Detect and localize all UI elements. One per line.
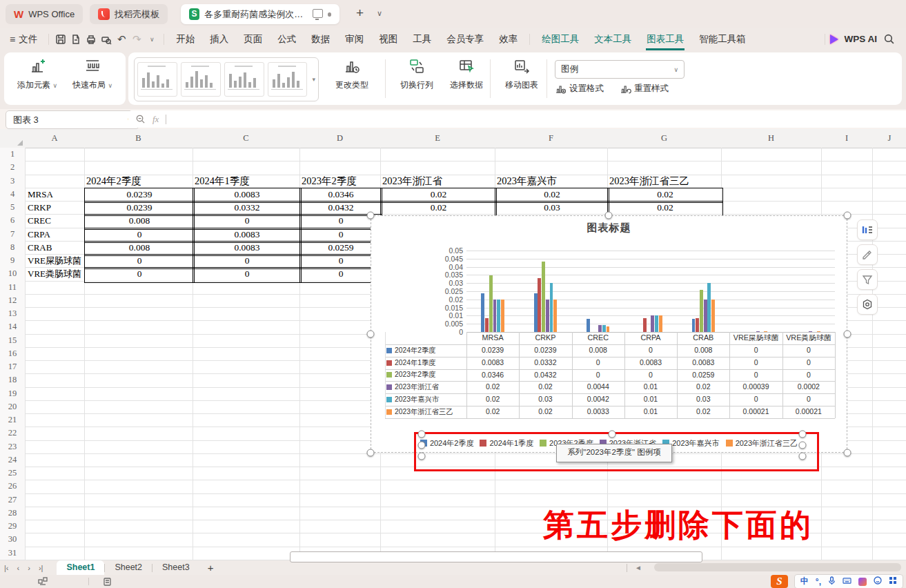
- chart-style-thumb-1[interactable]: [137, 62, 177, 97]
- column-header-J[interactable]: J: [872, 129, 906, 148]
- column-header-B[interactable]: B: [84, 129, 193, 148]
- row-header-26[interactable]: 26: [0, 480, 26, 493]
- row-header-4[interactable]: 4: [0, 188, 26, 202]
- selection-handle[interactable]: [418, 431, 426, 438]
- chart-element-dropdown[interactable]: 图例 ∨: [555, 60, 685, 79]
- selection-handle[interactable]: [605, 212, 613, 219]
- status-outline-icon[interactable]: [104, 577, 113, 588]
- selection-handle[interactable]: [367, 212, 375, 219]
- menu-item-审阅[interactable]: 审阅: [337, 33, 371, 46]
- selection-handle[interactable]: [844, 449, 851, 457]
- column-header-F[interactable]: F: [495, 129, 608, 148]
- selection-handle[interactable]: [418, 442, 426, 449]
- column-header-G[interactable]: G: [607, 129, 722, 148]
- cell-value[interactable]: 0: [193, 267, 302, 282]
- search-icon[interactable]: [881, 32, 896, 47]
- status-grid-icon[interactable]: [38, 577, 48, 588]
- menu-item-绘图工具[interactable]: 绘图工具: [534, 33, 587, 46]
- row-header-8[interactable]: 8: [0, 241, 26, 255]
- menu-item-开始[interactable]: 开始: [168, 33, 202, 46]
- sheet-tab-Sheet2[interactable]: Sheet2: [105, 560, 152, 575]
- new-tab-button[interactable]: +: [356, 6, 364, 21]
- row-header-12[interactable]: 12: [0, 294, 26, 308]
- row-header-18[interactable]: 18: [0, 373, 26, 387]
- row-header-17[interactable]: 17: [0, 360, 26, 374]
- cell-header-2024年2季度[interactable]: 2024年2季度: [86, 175, 195, 188]
- selection-handle[interactable]: [609, 431, 616, 438]
- selection-handle[interactable]: [799, 453, 807, 460]
- cell-label-CRAB[interactable]: CRAB: [28, 241, 84, 254]
- chart[interactable]: 图表标题 0.050.0450.040.0350.030.0250.020.01…: [371, 215, 847, 453]
- selection-handle[interactable]: [799, 442, 807, 449]
- name-box[interactable]: 图表 3 ∨: [6, 110, 139, 129]
- switch-rowcol-button[interactable]: 切换行列: [392, 58, 442, 91]
- cell-value[interactable]: 0.03: [495, 201, 609, 216]
- row-header-21[interactable]: 21: [0, 413, 26, 427]
- floating-scrollbar[interactable]: [290, 551, 702, 562]
- tab-docer-template[interactable]: 找稻壳模板: [90, 4, 168, 24]
- horizontal-scrollbar[interactable]: [654, 563, 901, 571]
- row-header-15[interactable]: 15: [0, 334, 26, 348]
- select-data-button[interactable]: 选择数据: [442, 58, 491, 91]
- row-header-30[interactable]: 30: [0, 533, 26, 547]
- save-button[interactable]: [53, 32, 68, 47]
- chart-style-thumb-2[interactable]: [181, 62, 221, 97]
- selection-handle[interactable]: [418, 453, 426, 460]
- cell-header-2023年2季度[interactable]: 2023年2季度: [302, 175, 382, 188]
- row-header-29[interactable]: 29: [0, 520, 26, 533]
- cell-label-MRSA[interactable]: MRSA: [28, 188, 84, 201]
- print-button[interactable]: [83, 32, 99, 47]
- ime-emoji-icon[interactable]: [874, 576, 882, 587]
- row-header-28[interactable]: 28: [0, 507, 26, 520]
- sheet-tab-Sheet1[interactable]: Sheet1: [57, 560, 104, 575]
- menu-item-文本工具[interactable]: 文本工具: [587, 33, 639, 46]
- chart-settings-button[interactable]: [857, 294, 878, 315]
- menu-item-页面[interactable]: 页面: [236, 33, 270, 46]
- cell-value[interactable]: 0.02: [380, 201, 497, 216]
- menu-item-active[interactable]: 图表工具: [639, 33, 691, 46]
- row-header-10[interactable]: 10: [0, 267, 26, 281]
- column-header-D[interactable]: D: [299, 129, 381, 148]
- chart-filter-button[interactable]: [857, 269, 878, 290]
- row-header-31[interactable]: 31: [0, 547, 26, 560]
- reset-style-button[interactable]: 重置样式: [620, 83, 669, 95]
- cell-label-VRE屎肠球菌[interactable]: VRE屎肠球菌: [28, 254, 84, 267]
- chart-style-thumb-4[interactable]: [268, 62, 308, 97]
- formula-input[interactable]: fx: [128, 110, 906, 128]
- export-button[interactable]: [68, 32, 83, 47]
- cell-header-2023年浙江省[interactable]: 2023年浙江省: [382, 175, 497, 188]
- chart-title[interactable]: 图表标题: [371, 222, 847, 235]
- cell-label-VRE粪肠球菌[interactable]: VRE粪肠球菌: [28, 267, 84, 280]
- ime-punctuation-icon[interactable]: °,: [816, 577, 821, 587]
- menu-item-视图[interactable]: 视图: [371, 33, 405, 46]
- cell-label-CRKP[interactable]: CRKP: [28, 201, 84, 214]
- change-type-button[interactable]: 更改类型: [327, 58, 377, 91]
- column-header-I[interactable]: I: [821, 129, 873, 148]
- tab-list-chevron-icon[interactable]: ∨: [377, 9, 382, 18]
- wps-ai-button[interactable]: WPS AI: [829, 34, 881, 44]
- menu-item-公式[interactable]: 公式: [270, 33, 304, 46]
- row-header-9[interactable]: 9: [0, 254, 26, 268]
- menu-item-会员专享[interactable]: 会员专享: [439, 33, 491, 46]
- column-header-E[interactable]: E: [380, 129, 495, 148]
- row-header-7[interactable]: 7: [0, 228, 26, 242]
- gallery-more-icon[interactable]: ▾: [312, 76, 315, 83]
- sogou-logo-icon[interactable]: S: [771, 575, 788, 588]
- selection-handle[interactable]: [367, 449, 375, 457]
- print-preview-button[interactable]: [99, 32, 114, 47]
- chart-style-gallery[interactable]: ▾: [134, 57, 319, 101]
- row-header-16[interactable]: 16: [0, 347, 26, 361]
- menu-item-数据[interactable]: 数据: [304, 33, 337, 46]
- cell-value[interactable]: 0: [84, 267, 195, 282]
- row-header-27[interactable]: 27: [0, 493, 26, 507]
- column-header-A[interactable]: A: [25, 129, 85, 148]
- chart-style-thumb-3[interactable]: [224, 62, 264, 97]
- row-header-11[interactable]: 11: [0, 281, 26, 295]
- quick-layout-button[interactable]: 快速布局 ∨: [68, 58, 117, 91]
- chart-style-brush-button[interactable]: [857, 244, 878, 265]
- sheet-tab-Sheet3[interactable]: Sheet3: [152, 560, 199, 575]
- ime-keyboard-icon[interactable]: [843, 577, 851, 587]
- column-header-C[interactable]: C: [193, 129, 300, 148]
- selection-handle[interactable]: [844, 212, 851, 219]
- row-header-2[interactable]: 2: [0, 161, 26, 175]
